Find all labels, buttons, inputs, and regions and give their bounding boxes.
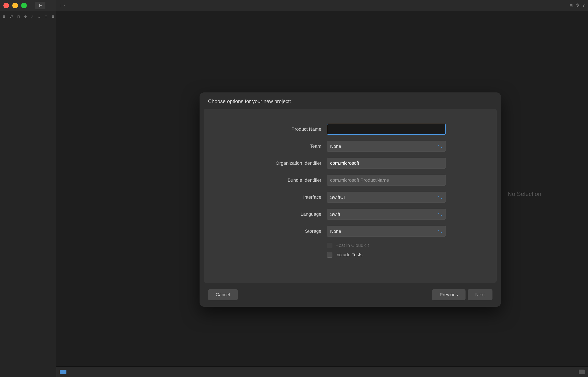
team-select-wrap: None Personal Team Add Account... ⌃⌄ bbox=[327, 141, 446, 152]
team-select[interactable]: None Personal Team Add Account... bbox=[327, 141, 446, 152]
host-cloudkit-wrap: Host in CloudKit bbox=[327, 243, 369, 248]
sidebar-toolbar: ⊞ 🏷 ⊓ ⊙ △ ◇ ◻ ⊟ ⋯ bbox=[0, 11, 56, 22]
storage-label: Storage: bbox=[255, 228, 327, 234]
include-tests-wrap: Include Tests bbox=[327, 252, 363, 258]
run-icon bbox=[39, 4, 42, 7]
language-select-wrap: Swift Objective-C ⌃⌄ bbox=[327, 209, 446, 220]
maximize-button[interactable] bbox=[21, 3, 27, 8]
bundle-identifier-row: Bundle Identifier: com.microsoft.Product… bbox=[255, 175, 446, 186]
bottom-right-icon bbox=[579, 370, 585, 374]
dialog-overlay: Choose options for your new project: Pro… bbox=[112, 22, 588, 377]
message-icon[interactable]: ⊟ bbox=[52, 14, 54, 19]
dialog-footer: Cancel Previous Next bbox=[200, 287, 501, 307]
clock-icon[interactable]: ⏱ bbox=[576, 3, 579, 8]
include-tests-label: Include Tests bbox=[335, 252, 363, 258]
search-icon[interactable]: ⊙ bbox=[24, 14, 27, 19]
sidebar: ⊞ 🏷 ⊓ ⊙ △ ◇ ◻ ⊟ ⋯ bbox=[0, 11, 56, 377]
nav-back-icon[interactable]: ‹ bbox=[60, 3, 61, 8]
product-name-input[interactable] bbox=[327, 124, 446, 135]
org-identifier-input[interactable] bbox=[327, 158, 446, 169]
diamond-icon[interactable]: ◇ bbox=[38, 14, 40, 19]
close-button[interactable] bbox=[3, 3, 9, 8]
minimize-button[interactable] bbox=[12, 3, 18, 8]
tag2-icon[interactable]: ◻ bbox=[44, 14, 47, 19]
folder-icon[interactable]: ⊞ bbox=[2, 14, 5, 19]
include-tests-row: Include Tests bbox=[327, 252, 446, 258]
bundle-identifier-label: Bundle Identifier: bbox=[255, 177, 327, 183]
bottom-left-icon bbox=[60, 370, 67, 374]
tag-icon[interactable]: 🏷 bbox=[10, 14, 13, 19]
dialog-title: Choose options for your new project: bbox=[200, 93, 501, 109]
main-content: No Selection Choose options for your new… bbox=[56, 11, 588, 377]
interface-select[interactable]: SwiftUI Storyboard bbox=[327, 192, 446, 203]
host-cloudkit-label: Host in CloudKit bbox=[335, 243, 369, 248]
run-button[interactable] bbox=[35, 2, 45, 9]
new-project-dialog: Choose options for your new project: Pro… bbox=[200, 93, 501, 307]
team-row: Team: None Personal Team Add Account... … bbox=[255, 141, 446, 152]
content-toolbar: ‹ › No Selection ⊞ ⏱ ? bbox=[56, 0, 588, 11]
cancel-button[interactable]: Cancel bbox=[208, 289, 238, 300]
interface-label: Interface: bbox=[255, 194, 327, 200]
language-select[interactable]: Swift Objective-C bbox=[327, 209, 446, 220]
next-button: Next bbox=[468, 289, 492, 300]
bundle-identifier-value: com.microsoft.ProductName bbox=[327, 175, 446, 186]
form-container: Product Name: Team: None Personal Team A… bbox=[255, 124, 446, 261]
team-label: Team: bbox=[255, 143, 327, 149]
interface-select-wrap: SwiftUI Storyboard ⌃⌄ bbox=[327, 192, 446, 203]
language-label: Language: bbox=[255, 212, 327, 217]
nav-forward-icon[interactable]: › bbox=[64, 3, 65, 8]
product-name-label: Product Name: bbox=[255, 127, 327, 132]
bottom-bar bbox=[56, 366, 588, 377]
storage-row: Storage: None Core Data SwiftData ⌃⌄ bbox=[255, 226, 446, 237]
include-tests-checkbox[interactable] bbox=[327, 252, 333, 258]
nav-button-group: Previous Next bbox=[432, 289, 492, 300]
product-name-row: Product Name: bbox=[255, 124, 446, 135]
org-identifier-label: Organization Identifier: bbox=[255, 160, 327, 166]
previous-button[interactable]: Previous bbox=[432, 289, 466, 300]
warning-icon[interactable]: △ bbox=[31, 14, 33, 19]
grid-icon[interactable]: ⊞ bbox=[569, 3, 573, 8]
help-icon[interactable]: ? bbox=[582, 3, 585, 8]
storage-select-wrap: None Core Data SwiftData ⌃⌄ bbox=[327, 226, 446, 237]
toolbar-right-icons: ⊞ ⏱ ? bbox=[569, 3, 585, 8]
host-in-cloudkit-row: Host in CloudKit bbox=[327, 243, 446, 248]
traffic-lights bbox=[3, 3, 27, 8]
host-cloudkit-checkbox bbox=[327, 243, 333, 248]
interface-row: Interface: SwiftUI Storyboard ⌃⌄ bbox=[255, 192, 446, 203]
language-row: Language: Swift Objective-C ⌃⌄ bbox=[255, 209, 446, 220]
org-identifier-row: Organization Identifier: bbox=[255, 158, 446, 169]
dialog-form-area: Product Name: Team: None Personal Team A… bbox=[204, 109, 497, 283]
bookmark-icon[interactable]: ⊓ bbox=[17, 14, 20, 19]
storage-select[interactable]: None Core Data SwiftData bbox=[327, 226, 446, 237]
